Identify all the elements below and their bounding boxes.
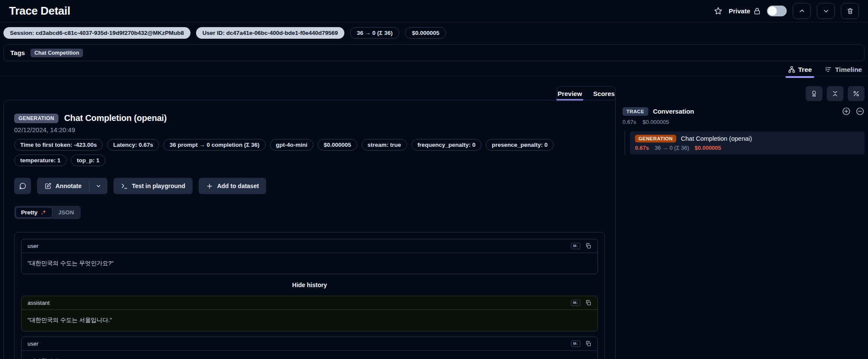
- trace-meta-badges: Session: cd3abcd6-c81c-4037-935d-19d9f27…: [3, 27, 446, 39]
- annotate-split-button: Annotate: [37, 178, 107, 194]
- next-trace-button[interactable]: [817, 3, 835, 19]
- annotate-dropdown-button[interactable]: [89, 178, 107, 194]
- tab-preview[interactable]: Preview: [558, 87, 582, 100]
- header: Trace Detail Private: [0, 0, 868, 22]
- edit-icon: [44, 183, 52, 190]
- expand-all-icon[interactable]: [842, 107, 851, 116]
- trash-icon: [847, 7, 854, 15]
- user-id-badge[interactable]: User ID: dc47a41e-06bc-400d-bde1-f0e440d…: [196, 27, 344, 39]
- message-role: user: [28, 340, 38, 347]
- tab-tree-label: Tree: [798, 66, 812, 74]
- pill-model[interactable]: gpt-4o-mini: [270, 139, 314, 151]
- pretty-segment[interactable]: Pretty: [15, 207, 52, 218]
- privacy-toggle[interactable]: [767, 6, 787, 16]
- hide-history-button[interactable]: Hide history: [21, 279, 598, 291]
- observation-header: GENERATION Chat Completion (openai): [14, 113, 605, 123]
- observation-title: Chat Completion (openai): [64, 113, 167, 123]
- metrics-toggle-button[interactable]: [848, 86, 865, 101]
- scores-toggle-button[interactable]: [806, 86, 822, 101]
- copy-icon[interactable]: [585, 300, 592, 306]
- content-tabs: Preview Scores: [557, 86, 616, 100]
- sparkles-icon: [40, 209, 47, 216]
- message-role: user: [28, 243, 38, 249]
- star-icon[interactable]: [714, 6, 723, 15]
- tag-chip[interactable]: Chat Competition: [31, 49, 83, 57]
- pill-stream: stream: true: [362, 139, 407, 151]
- session-badge[interactable]: Session: cd3abcd6-c81c-4037-935d-19d9f27…: [3, 27, 190, 39]
- tab-timeline-label: Timeline: [835, 66, 862, 74]
- message-card-assistant: assistant M↓ "대한민국의 수도는 서울입니다.": [21, 296, 598, 331]
- prev-trace-button[interactable]: [793, 3, 811, 19]
- generation-badge: GENERATION: [635, 135, 676, 142]
- timeline-icon: [825, 66, 832, 73]
- plus-icon: [206, 183, 213, 190]
- metric-pills: Time to first token: -423.00s Latency: 0…: [14, 139, 590, 166]
- message-card-user-2: user M↓ "감사합니다 ": [21, 337, 598, 359]
- pill-frequency-penalty: frequency_penalty: 0: [411, 139, 482, 151]
- tags-label: Tags: [10, 49, 25, 56]
- toggle-knob: [768, 6, 777, 15]
- node-tokens: 36 → 0 (Σ 36): [655, 145, 689, 151]
- privacy-label: Private: [729, 7, 761, 15]
- collapse-all-button[interactable]: [827, 86, 843, 101]
- message-role: assistant: [28, 300, 49, 306]
- messages-container: user M↓ "대한민국의 수도는 무엇인가요?" Hide history …: [14, 232, 605, 359]
- lock-icon: [753, 7, 761, 15]
- trace-root-row[interactable]: TRACE Conversation: [623, 107, 865, 116]
- pill-top-p: top_p: 1: [71, 155, 106, 166]
- comment-icon: [19, 182, 27, 190]
- tree-node-generation[interactable]: GENERATION Chat Completion (openai) 0.67…: [630, 131, 865, 155]
- json-segment[interactable]: JSON: [52, 207, 80, 218]
- pill-temperature: temperature: 1: [14, 155, 67, 166]
- trace-cost: $0.000005: [643, 119, 669, 125]
- tab-scores[interactable]: Scores: [593, 87, 615, 100]
- copy-icon[interactable]: [585, 340, 592, 347]
- markdown-toggle-icon[interactable]: M↓: [571, 300, 580, 306]
- chevron-down-icon: [822, 7, 830, 15]
- view-tabs: Tree Timeline: [788, 63, 862, 76]
- message-content: "대한민국의 수도는 서울입니다.": [21, 310, 598, 331]
- cost-badge: $0.000005: [405, 27, 446, 39]
- pill-presence-penalty: presence_penalty: 0: [486, 139, 554, 151]
- message-card-user-1: user M↓ "대한민국의 수도는 무엇인가요?": [21, 239, 598, 274]
- message-header: assistant M↓: [21, 296, 598, 310]
- playground-button[interactable]: Test in playground: [113, 178, 193, 194]
- percent-icon: [853, 90, 860, 97]
- collapse-all-icon[interactable]: [856, 107, 865, 116]
- annotate-label: Annotate: [55, 183, 82, 189]
- pill-token-usage: 36 prompt → 0 completion (Σ 36): [163, 139, 265, 151]
- observation-timestamp: 02/12/2024, 14:20:49: [14, 126, 605, 133]
- add-to-dataset-button[interactable]: Add to dataset: [199, 178, 266, 194]
- chevron-up-icon: [798, 7, 806, 15]
- tab-timeline[interactable]: Timeline: [825, 63, 862, 76]
- observation-detail-card: GENERATION Chat Completion (openai) 02/1…: [3, 100, 616, 359]
- chevron-down-icon: [95, 183, 101, 189]
- generation-type-badge: GENERATION: [14, 114, 58, 123]
- node-latency: 0.67s: [635, 145, 649, 151]
- award-icon: [810, 90, 818, 97]
- annotate-button[interactable]: Annotate: [37, 178, 89, 194]
- copy-icon[interactable]: [585, 243, 592, 249]
- tree-children: GENERATION Chat Completion (openai) 0.67…: [625, 131, 865, 155]
- trace-tree-panel: TRACE Conversation 0.67s $0.000005 GENER…: [623, 86, 865, 155]
- playground-label: Test in playground: [132, 183, 185, 189]
- tab-tree[interactable]: Tree: [788, 63, 812, 76]
- tree-icon: [788, 66, 795, 73]
- token-usage-badge: 36 → 0 (Σ 36): [350, 27, 399, 39]
- pill-time-to-first-token: Time to first token: -423.00s: [14, 139, 103, 151]
- format-toggle: Pretty JSON: [14, 206, 81, 219]
- markdown-toggle-icon[interactable]: M↓: [571, 243, 580, 249]
- node-cost: $0.000005: [695, 145, 721, 151]
- message-header: user M↓: [21, 337, 598, 351]
- comment-button[interactable]: [14, 178, 31, 194]
- pill-cost: $0.000005: [318, 139, 357, 151]
- markdown-toggle-icon[interactable]: M↓: [571, 340, 580, 347]
- page-title: Trace Detail: [9, 4, 70, 18]
- message-content: "감사합니다 ": [21, 351, 598, 359]
- delete-trace-button[interactable]: [841, 3, 859, 19]
- view-tabs-divider: [0, 76, 868, 76]
- tree-panel-actions: [623, 86, 865, 101]
- message-content: "대한민국의 수도는 무엇인가요?": [21, 253, 598, 274]
- privacy-text: Private: [729, 7, 750, 15]
- tags-container[interactable]: Tags Chat Competition: [3, 44, 865, 61]
